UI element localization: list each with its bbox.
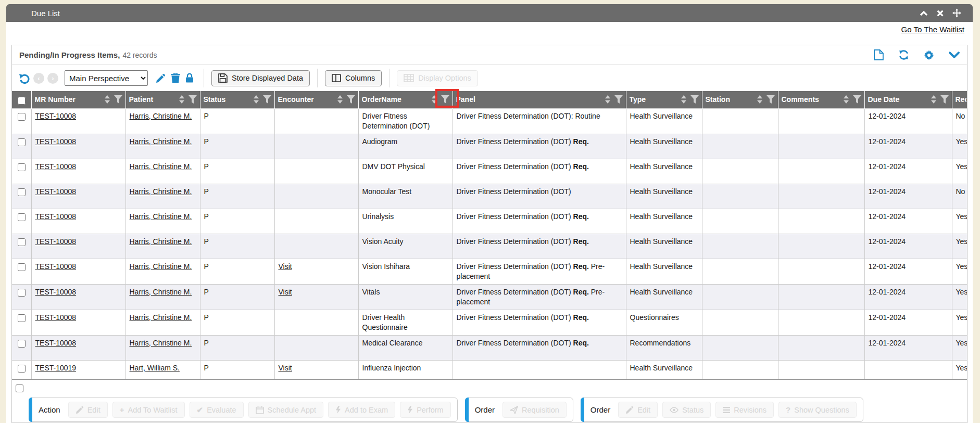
filter-icon[interactable]	[347, 95, 355, 104]
column-header-mr-number[interactable]: MR Number	[31, 91, 125, 108]
patient-link[interactable]: Harris, Christine M.	[130, 112, 192, 120]
go-to-waitlist-link[interactable]: Go To The Waitlist	[901, 25, 964, 34]
mr-number-link[interactable]: TEST-10008	[35, 288, 77, 296]
patient-link[interactable]: Harris, Christine M.	[130, 288, 192, 296]
sort-icon[interactable]	[431, 95, 437, 104]
column-header-encounter[interactable]: Encounter	[274, 91, 358, 108]
footer-select-checkbox[interactable]	[16, 384, 23, 392]
filter-icon[interactable]	[853, 95, 861, 104]
patient-link[interactable]: Harris, Christine M.	[130, 162, 192, 171]
panel-chevron-down-icon[interactable]	[949, 52, 960, 58]
panel-required-flag: Req.	[573, 339, 589, 347]
row-checkbox[interactable]	[18, 163, 26, 171]
sort-icon[interactable]	[253, 95, 259, 104]
column-header-comments[interactable]: Comments	[778, 91, 864, 108]
row-checkbox[interactable]	[18, 213, 26, 221]
sort-icon[interactable]	[843, 95, 849, 104]
mr-number-link[interactable]: TEST-10008	[35, 313, 77, 322]
edit-button: Edit	[68, 402, 108, 418]
mr-number-link[interactable]: TEST-10008	[35, 137, 77, 146]
column-header-panel[interactable]: Panel	[453, 91, 626, 108]
toolbar-separator	[204, 69, 204, 87]
row-checkbox[interactable]	[18, 238, 26, 246]
perspective-select[interactable]: Main Perspective	[65, 70, 148, 86]
mr-number-link[interactable]: TEST-10008	[35, 187, 77, 196]
group-label: Order	[590, 405, 610, 414]
filter-icon-highlighted[interactable]	[441, 95, 449, 104]
new-document-icon[interactable]	[874, 49, 884, 60]
encounter-link[interactable]: Visit	[279, 262, 292, 271]
patient-link[interactable]: Harris, Christine M.	[130, 187, 192, 196]
mr-number-link[interactable]: TEST-10008	[35, 112, 77, 120]
column-label: Req	[956, 95, 967, 104]
mr-number-link[interactable]: TEST-10008	[35, 162, 77, 171]
cell-panel: Driver Fitness Determination (DOT) Req. …	[453, 259, 626, 284]
row-checkbox[interactable]	[18, 263, 26, 271]
panel-required-flag: Req.	[573, 288, 589, 296]
gear-icon[interactable]	[924, 50, 934, 60]
columns-button[interactable]: Columns	[325, 70, 382, 86]
row-checkbox[interactable]	[18, 340, 26, 348]
lock-perspective-icon[interactable]	[185, 73, 194, 83]
table-row: TEST-10008Harris, Christine M.PAudiogram…	[12, 134, 967, 159]
sort-icon[interactable]	[104, 95, 110, 104]
undo-icon[interactable]	[18, 72, 30, 84]
column-header-req[interactable]: Req	[952, 91, 967, 108]
edit-perspective-pencil-icon[interactable]	[156, 73, 166, 83]
column-label: Status	[204, 95, 249, 104]
filter-icon[interactable]	[114, 95, 122, 104]
mr-number-link[interactable]: TEST-10008	[35, 212, 77, 221]
column-header-station[interactable]: Station	[702, 91, 778, 108]
mr-number-link[interactable]: TEST-10008	[35, 339, 77, 347]
refresh-icon[interactable]	[898, 49, 909, 60]
filter-icon[interactable]	[189, 95, 197, 104]
mr-number-link[interactable]: TEST-10008	[35, 262, 77, 271]
row-checkbox[interactable]	[18, 113, 26, 121]
column-header-ordername[interactable]: OrderName	[358, 91, 453, 108]
select-all-checkbox[interactable]	[18, 97, 26, 105]
mr-number-link[interactable]: TEST-10008	[35, 237, 77, 246]
row-checkbox[interactable]	[18, 365, 26, 373]
mr-number-link[interactable]: TEST-10019	[35, 364, 77, 372]
filter-icon[interactable]	[263, 95, 271, 104]
cell-required: Yes	[952, 209, 967, 234]
row-checkbox[interactable]	[18, 188, 26, 196]
patient-link[interactable]: Harris, Christine M.	[130, 313, 192, 322]
row-checkbox[interactable]	[18, 289, 26, 297]
patient-link[interactable]: Harris, Christine M.	[130, 262, 192, 271]
move-icon[interactable]	[952, 9, 961, 18]
sort-icon[interactable]	[681, 95, 687, 104]
patient-link[interactable]: Harris, Christine M.	[130, 137, 192, 146]
filter-icon[interactable]	[614, 95, 623, 104]
encounter-link[interactable]: Visit	[279, 288, 292, 296]
row-checkbox[interactable]	[18, 138, 26, 146]
cell-patient: Harris, Christine M.	[125, 335, 200, 360]
column-header-due-date[interactable]: Due Date	[864, 91, 952, 108]
collapse-icon[interactable]	[919, 9, 928, 18]
cell-type: Health Surveillance	[626, 159, 702, 184]
close-icon[interactable]	[936, 9, 945, 18]
delete-perspective-trash-icon[interactable]	[171, 73, 180, 83]
filter-icon[interactable]	[940, 95, 949, 104]
cell-station	[702, 184, 778, 209]
sort-icon[interactable]	[605, 95, 611, 104]
sort-icon[interactable]	[179, 95, 185, 104]
patient-link[interactable]: Harris, Christine M.	[130, 339, 192, 347]
column-header-status[interactable]: Status	[200, 91, 274, 108]
cell-status: P	[200, 209, 274, 234]
store-displayed-data-button[interactable]: Store Displayed Data	[211, 70, 310, 86]
patient-link[interactable]: Harris, Christine M.	[130, 237, 192, 246]
column-header-type[interactable]: Type	[626, 91, 702, 108]
filter-icon[interactable]	[767, 95, 775, 104]
sort-icon[interactable]	[757, 95, 763, 104]
encounter-link[interactable]: Visit	[279, 364, 292, 372]
patient-link[interactable]: Hart, William S.	[130, 364, 180, 372]
sort-icon[interactable]	[337, 95, 343, 104]
cell-select	[12, 284, 31, 310]
filter-icon[interactable]	[690, 95, 699, 104]
panel-required-flag: Req.	[573, 162, 589, 171]
row-checkbox[interactable]	[18, 314, 26, 322]
patient-link[interactable]: Harris, Christine M.	[130, 212, 192, 221]
sort-icon[interactable]	[931, 95, 937, 104]
column-header-patient[interactable]: Patient	[125, 91, 200, 108]
